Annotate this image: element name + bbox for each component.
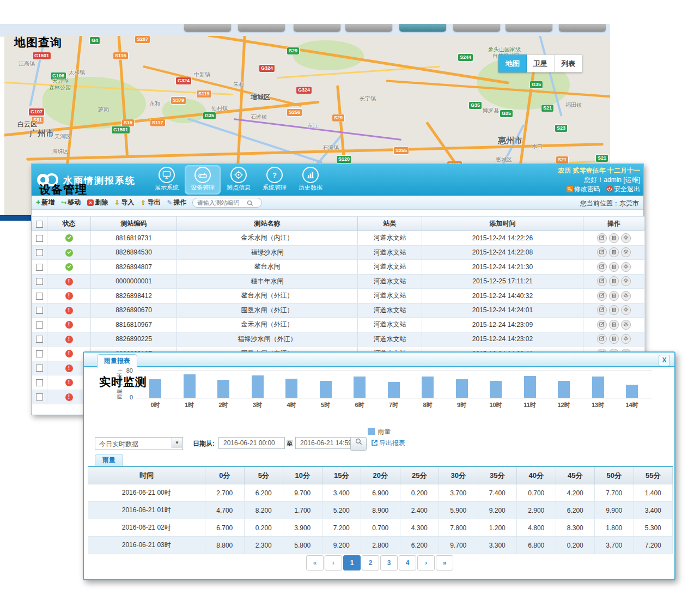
page-4-button[interactable]: 4 <box>399 555 416 570</box>
tab-rainfall-report[interactable]: 雨量报表 <box>97 354 137 368</box>
settings-icon[interactable] <box>621 262 631 272</box>
road-badge: S255 <box>394 147 409 154</box>
edit-icon[interactable] <box>597 247 607 257</box>
row-checkbox[interactable] <box>36 264 43 271</box>
map-place-label: 石滩镇 <box>251 113 267 121</box>
x-tick-label: 4时 <box>279 401 303 409</box>
settings-icon[interactable] <box>621 305 631 315</box>
edit-icon[interactable] <box>597 276 607 286</box>
page-3-button[interactable]: 3 <box>380 555 398 570</box>
background-window-tab[interactable] <box>399 24 446 32</box>
nav-item-设备管理[interactable]: 设备管理 <box>185 165 221 195</box>
trash-icon[interactable] <box>609 247 619 257</box>
settings-icon[interactable] <box>621 320 631 330</box>
toolbar-button-移动[interactable]: ↪移动 <box>61 198 81 207</box>
edit-icon[interactable] <box>597 334 607 344</box>
row-checkbox[interactable] <box>36 336 43 343</box>
select-all-checkbox[interactable] <box>36 221 43 228</box>
next-page-button[interactable]: › <box>417 555 435 570</box>
close-icon[interactable]: X <box>659 355 670 366</box>
background-window-tab[interactable] <box>345 24 392 32</box>
table-row: !0000000001穗丰年水闸河道水文站2015-12-25 17:11:21 <box>32 274 645 289</box>
table-cell: 福禄沙水闸（外江） <box>177 332 358 347</box>
chart-bar-12时 <box>558 381 570 398</box>
settings-icon[interactable] <box>621 291 631 301</box>
trash-icon[interactable] <box>609 291 619 301</box>
table-cell: 穗丰年水闸 <box>177 274 358 289</box>
row-checkbox[interactable] <box>36 350 43 357</box>
edit-icon[interactable] <box>597 262 607 272</box>
map-type-button-[interactable]: 卫星 <box>527 54 555 72</box>
filter-row: 今日实时数据 ▼ 日期从: 至 导出报表 <box>84 437 674 451</box>
trash-icon[interactable] <box>609 276 619 286</box>
settings-icon[interactable] <box>621 276 631 286</box>
background-window-tab[interactable] <box>506 24 552 32</box>
background-window-tab[interactable] <box>184 24 231 32</box>
toolbar-button-新增[interactable]: +新增 <box>36 198 54 207</box>
date-from-input[interactable] <box>218 437 285 449</box>
toolbar-button-删除[interactable]: ×删除 <box>87 198 108 207</box>
rain-table-row: 2016-06-21 01时4.7008.2001.7005.2008.9002… <box>88 502 673 519</box>
map-place-label: 惠州市 <box>498 136 522 146</box>
export-report-link[interactable]: 导出报表 <box>371 439 405 448</box>
nav-item-历史数据[interactable]: 历史数据 <box>293 165 328 195</box>
status-error-icon: ! <box>65 393 73 401</box>
map-place-label: 中新镇 <box>194 71 210 78</box>
map-type-button-active[interactable]: 地图 <box>498 54 527 72</box>
row-checkbox[interactable] <box>36 278 43 285</box>
search-button[interactable] <box>350 437 367 451</box>
table-cell: 2015-12-24 14:40:32 <box>422 289 583 304</box>
trash-icon[interactable] <box>609 233 619 243</box>
status-error-icon: ! <box>65 321 73 329</box>
trash-icon[interactable] <box>609 320 619 330</box>
road-badge: S119 <box>197 90 211 98</box>
row-checkbox[interactable] <box>36 321 43 329</box>
column-header: 站类 <box>358 217 422 231</box>
map-place-label: 海珠区 <box>52 148 69 155</box>
nav-item-测点信息[interactable]: 测点信息 <box>221 165 257 195</box>
background-window-tab[interactable] <box>238 24 285 32</box>
change-password-link[interactable]: 修改密码 <box>567 185 600 193</box>
last-page-button[interactable]: » <box>436 555 453 570</box>
edit-icon[interactable] <box>597 291 607 301</box>
rain-value-cell: 3.400 <box>634 502 673 519</box>
prev-page-button[interactable]: ‹ <box>325 555 342 570</box>
table-cell: 0000000001 <box>91 274 177 289</box>
map-type-button-[interactable]: 列表 <box>555 54 582 72</box>
settings-icon[interactable] <box>621 233 631 243</box>
row-checkbox[interactable] <box>36 379 43 386</box>
rain-value-cell: 1.700 <box>283 502 322 519</box>
settings-icon[interactable] <box>621 334 631 344</box>
road-badge: G324 <box>296 87 312 94</box>
row-checkbox[interactable] <box>36 235 43 242</box>
nav-item-系统管理[interactable]: ?系统管理 <box>257 165 293 195</box>
toolbar-button-导出[interactable]: ⇧导出 <box>141 198 160 207</box>
nav-item-展示系统[interactable]: 展示系统 <box>149 165 185 195</box>
edit-icon[interactable] <box>597 305 607 315</box>
period-select[interactable]: 今日实时数据 ▼ <box>95 437 183 450</box>
row-checkbox[interactable] <box>36 293 43 300</box>
logout-link[interactable]: 安全退出 <box>606 185 640 193</box>
trash-icon[interactable] <box>609 305 619 315</box>
row-checkbox[interactable] <box>36 393 43 400</box>
toolbar-button-操作[interactable]: ✎操作 <box>167 198 186 207</box>
edit-icon[interactable] <box>597 320 607 330</box>
search-icon[interactable] <box>247 199 253 209</box>
background-window-tab[interactable] <box>453 24 500 32</box>
toolbar-button-导入[interactable]: ⇩导入 <box>114 198 134 207</box>
trash-icon[interactable] <box>609 262 619 272</box>
edit-icon[interactable] <box>597 233 607 243</box>
trash-icon[interactable] <box>609 334 619 344</box>
page-1-button[interactable]: 1 <box>343 555 361 570</box>
background-window-tab[interactable] <box>294 24 340 32</box>
settings-icon[interactable] <box>621 247 631 257</box>
tab-rainfall[interactable]: 雨量 <box>95 454 123 466</box>
row-checkbox[interactable] <box>36 249 43 256</box>
map-place-label: 增城区 <box>251 93 270 102</box>
page-2-button[interactable]: 2 <box>362 555 379 570</box>
background-window-tab[interactable] <box>559 24 606 32</box>
row-checkbox[interactable] <box>36 365 43 372</box>
first-page-button[interactable]: « <box>306 555 324 570</box>
row-checkbox[interactable] <box>36 307 43 314</box>
rain-column-header: 15分 <box>322 466 361 484</box>
